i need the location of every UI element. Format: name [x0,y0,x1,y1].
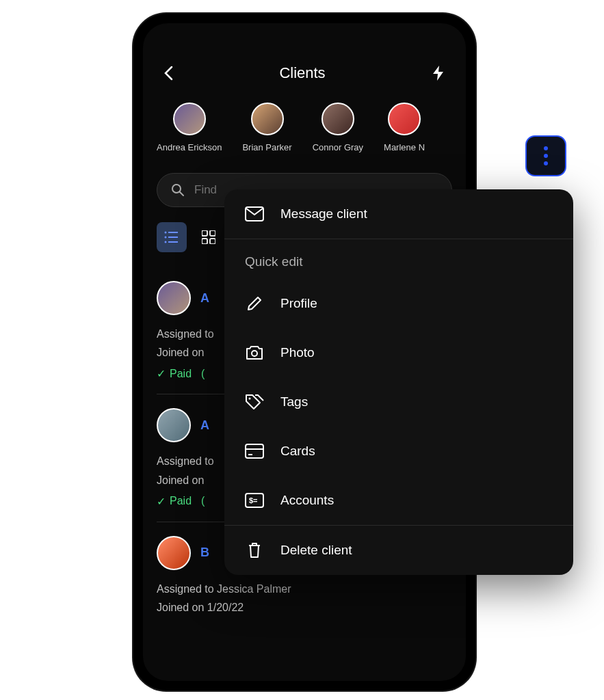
bolt-icon[interactable] [432,65,445,81]
profile-item[interactable]: Profile [224,279,573,328]
assigned-to: Assigned to Jessica Palmer [157,580,452,598]
status-badge: ( [201,495,205,507]
menu-item-label: Delete client [280,543,352,558]
camera-icon [245,343,264,362]
paid-badge: ✓ Paid [157,495,192,508]
checkmark-icon: ✓ [157,367,166,380]
menu-item-label: Cards [280,444,315,459]
svg-point-13 [249,398,251,400]
svg-rect-9 [202,239,207,244]
client-chip-name: Andrea Erickson [157,142,222,152]
client-chip[interactable]: Brian Parker [242,103,291,152]
svg-point-3 [165,237,167,239]
menu-item-label: Message client [280,206,367,221]
message-client-item[interactable]: Message client [224,189,573,239]
svg-rect-7 [202,230,207,236]
joined-on: Joined on 1/20/22 [157,598,452,617]
header: Clients [143,51,466,96]
svg-point-1 [165,232,167,234]
delete-client-item[interactable]: Delete client [224,526,573,575]
accounts-icon: $= [245,491,264,510]
svg-rect-10 [210,239,215,244]
tags-item[interactable]: Tags [224,377,573,427]
avatar [388,103,421,135]
avatar [251,103,284,135]
svg-point-0 [172,185,181,193]
card-icon [245,442,264,461]
svg-point-12 [252,351,257,356]
kebab-menu-button[interactable] [525,135,566,176]
client-chip[interactable]: Andrea Erickson [157,103,222,152]
list-view-button[interactable] [157,222,187,252]
context-menu: Message client Quick edit Profile Photo … [224,189,573,575]
pencil-icon [245,294,264,313]
grid-view-button[interactable] [194,222,224,252]
checkmark-icon: ✓ [157,495,166,508]
trash-icon [245,541,264,560]
svg-rect-2 [168,232,178,233]
client-name: B [200,546,209,560]
envelope-icon [245,204,264,224]
svg-rect-8 [210,230,215,236]
svg-rect-4 [168,237,178,238]
client-name: A [200,418,209,433]
svg-rect-14 [246,444,263,458]
client-chip[interactable]: Connor Gray [313,103,363,152]
status-badge: ( [201,368,205,380]
clients-row: Andrea Erickson Brian Parker Connor Gray… [143,96,466,166]
search-icon [171,183,185,197]
section-title: Quick edit [224,239,573,279]
paid-label: Paid [170,368,192,380]
menu-item-label: Photo [280,345,315,360]
paid-badge: ✓ Paid [157,367,192,380]
client-chip-name: Connor Gray [313,142,363,152]
cards-item[interactable]: Cards [224,427,573,476]
menu-item-label: Profile [280,296,317,311]
client-chip[interactable]: Marlene N [384,103,425,152]
accounts-item[interactable]: $= Accounts [224,476,573,525]
client-chip-name: Brian Parker [242,142,291,152]
menu-item-label: Tags [280,394,308,409]
tags-icon [245,392,264,412]
avatar [173,103,206,135]
avatar [157,281,191,315]
svg-point-5 [165,241,167,243]
menu-item-label: Accounts [280,493,334,508]
client-name: A [200,291,209,306]
avatar [157,536,191,570]
photo-item[interactable]: Photo [224,328,573,377]
paid-label: Paid [170,495,192,507]
back-button[interactable] [163,66,173,81]
avatar [321,103,354,135]
page-title: Clients [279,64,325,82]
svg-rect-6 [168,241,178,243]
svg-text:$=: $= [249,496,258,504]
client-chip-name: Marlene N [384,142,425,152]
avatar [157,408,191,442]
kebab-icon [544,146,548,165]
